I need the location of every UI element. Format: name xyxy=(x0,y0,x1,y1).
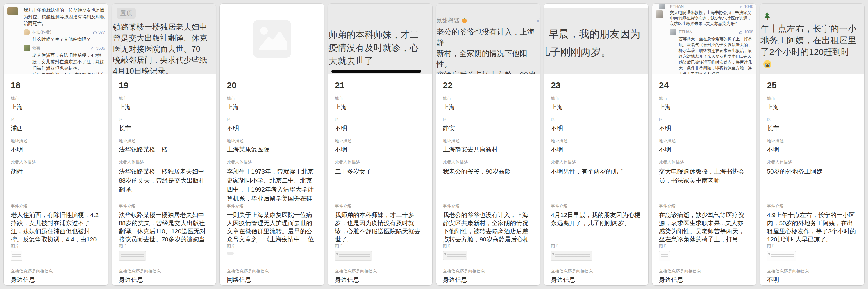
field-address: 地址描述 不明 xyxy=(659,138,749,159)
avatar xyxy=(670,29,676,35)
commenter-name: 敏宴 xyxy=(32,45,88,51)
comment-text: 老人住浦西，有陈旧性脑梗，4.2摔跤，女儿被封在浦东过不了江，妹妹们虽住浦西但也… xyxy=(24,52,105,74)
card-18[interactable]: 我几十年前就认识的一位胡姓朋友也是因为封控、核酸检测等原因没有得到及时救治而死亡… xyxy=(4,4,108,285)
field-address: 地址描述 不明 xyxy=(335,138,425,159)
field-event: 事件介绍 4月12日早晨，我的朋友因为心梗永远离开了，儿子刚刚两岁。 xyxy=(551,204,641,244)
card-23[interactable]: 早晨，我的朋友因为 儿子刚刚两岁。 23 城市 上海 区 不明 地址描述 不明 … xyxy=(544,4,648,285)
card-25[interactable]: 午十点左右，长宁的一小 地务工阿姨，在出租屋里 了2个小时的120赶到时 25 … xyxy=(760,4,864,285)
card-number: 24 xyxy=(659,80,749,91)
card-21[interactable]: 师弟的本科师妹，才二 疫情没有及时就诊，心 天就去世了 21 城市 上海 区 不… xyxy=(328,4,432,285)
field-city: 城市 上海 xyxy=(551,96,641,117)
field-direct: 直接信息还是间接信息 身边信息 xyxy=(119,268,209,284)
field-city: 城市 上海 xyxy=(11,96,101,117)
card-number: 18 xyxy=(11,80,101,91)
field-district: 区 不明 xyxy=(335,117,425,138)
card-20-cover-image xyxy=(220,4,324,74)
cover-text: 早晨，我的朋友因为 xyxy=(549,25,648,43)
field-deceased: 死者大体描述 二十多岁女子 xyxy=(335,159,425,204)
image-thumbnail[interactable] xyxy=(551,251,592,260)
field-deceased: 死者大体描述 胡姓 xyxy=(11,159,101,204)
field-address: 地址描述 不明 xyxy=(551,138,641,159)
field-district: 区 不明 xyxy=(659,117,749,138)
field-direct: 直接信息还是间接信息 不明 xyxy=(767,268,857,284)
field-address: 地址描述 上海静安去共康新村 xyxy=(443,138,533,159)
cropped-comment-header: ETHAN 1046 xyxy=(655,4,753,9)
image-thumbnail[interactable] xyxy=(227,252,234,255)
thumbs-up-icon xyxy=(739,5,743,8)
card-22-cover-image: 鼠甜橙酱 老公的爷爷也没有计入，上海静 新村，全家阴的情况下他阳性。 离酒店后差… xyxy=(436,4,540,74)
thumbs-up-icon xyxy=(739,30,743,34)
commenter-name: ETHAN xyxy=(679,30,736,34)
card-22[interactable]: 鼠甜橙酱 老公的爷爷也没有计入，上海静 新村，全家阴的情况下他阳性。 离酒店后差… xyxy=(436,4,540,285)
cover-text: 师弟的本科师妹，才二 疫情没有及时就诊，心 天就去世了 xyxy=(329,28,432,67)
field-direct: 直接信息还是间接信息 身边信息 xyxy=(659,268,749,284)
field-city: 城市 上海 xyxy=(659,96,749,117)
gallery-board: 我几十年前就认识的一位胡姓朋友也是因为封控、核酸检测等原因没有得到及时救治而死亡… xyxy=(0,0,868,289)
field-deceased: 死者大体描述 法华镇路某楼一楼独居老夫妇中88岁的丈夫，曾经是交大出版社翻译。 xyxy=(119,159,209,204)
field-image: 图片 xyxy=(335,244,425,265)
field-event: 事件介绍 一则关于上海某康复医院一位病人因疫情管理无人护理而去世的文章在微信群里… xyxy=(227,204,317,244)
image-thumbnail[interactable] xyxy=(767,251,796,261)
comment-text: 我几十年前就认识的一位胡姓朋友也是因为封控、核酸检测等原因没有得到及时救治而死亡… xyxy=(24,7,105,27)
field-direct: 直接信息还是间接信息 身边信息 xyxy=(443,268,533,284)
orange-emoji xyxy=(462,18,467,23)
field-event: 事件介绍 4.9上午十点左右，长宁的一小区内，50岁的外地务工阿姨，在出租屋里心… xyxy=(767,204,857,244)
commenter-name: 柿油(作者) xyxy=(32,30,90,35)
comment-text: 苦等两天，坐在急诊角落的椅子上，打吊瓶、吸氧气（被封控的子女设法送去的，杯水车薪… xyxy=(670,36,753,74)
card-19[interactable]: 置顶 镇路某楼一楼独居老夫妇中 曾是交大出版社翻译。休克 医无对接医院而去世。7… xyxy=(112,4,216,285)
field-image: 图片 xyxy=(119,244,209,265)
field-event: 事件介绍 在急诊病逝，缺少氧气等医疗资源，哀求医生求职未果...夫人亦感染为阳性… xyxy=(659,204,749,244)
card-24[interactable]: ETHAN 1046 交大电院退休教授，上海书协会员，书法家吴中南老师在急诊病逝… xyxy=(652,4,756,285)
field-direct: 直接信息还是间接信息 身边信息 xyxy=(551,268,641,284)
field-image: 图片 xyxy=(227,244,317,265)
field-city: 城市 上海 xyxy=(335,96,425,117)
field-direct: 直接信息还是间接信息 身边信息 xyxy=(11,268,101,284)
avatar xyxy=(24,45,30,51)
field-event: 事件介绍 我老公的爷爷也没有计入，上海静安区共康新村，全家阴的情况下他阳性，被转… xyxy=(443,204,533,244)
card-number: 19 xyxy=(119,80,209,91)
like-count: 1008 xyxy=(739,30,753,34)
image-thumbnail[interactable] xyxy=(119,251,146,260)
card-19-cover-image: 置顶 镇路某楼一楼独居老夫妇中 曾是交大出版社翻译。休克 医无对接医院而去世。7… xyxy=(112,4,216,74)
field-image: 图片 xyxy=(11,244,101,265)
commenter-name: ETHAN xyxy=(670,4,737,9)
thumbs-up-icon xyxy=(93,30,97,35)
field-event: 事件介绍 我师弟的本科师妹，才二十多岁，也是因为疫情没有及时就诊，心脏不舒服送医… xyxy=(335,204,425,244)
card-number: 25 xyxy=(767,80,857,91)
image-thumbnail[interactable] xyxy=(443,251,467,260)
cover-text: 午十点左右，长宁的一小 地务工阿姨，在出租屋里 了2个小时的120赶到时 xyxy=(761,23,864,58)
card-20[interactable]: 20 城市 上海 区 不明 地址描述 上海某康复医院 死者大体描述 李昶生于19… xyxy=(220,4,324,285)
image-thumbnail[interactable] xyxy=(335,251,372,260)
field-address: 地址描述 上海某康复医院 xyxy=(227,138,317,159)
field-address: 地址描述 不明 xyxy=(767,138,857,159)
card-18-cover-image: 我几十年前就认识的一位胡姓朋友也是因为封控、核酸检测等原因没有得到及时救治而死亡… xyxy=(4,4,108,74)
field-address: 地址描述 不明 xyxy=(11,138,101,159)
field-direct: 直接信息还是间接信息 网络信息 xyxy=(227,268,317,284)
field-district: 区 不明 xyxy=(227,117,317,138)
image-thumbnail[interactable] xyxy=(659,251,670,261)
avatar xyxy=(24,29,30,35)
card-23-cover-image: 早晨，我的朋友因为 儿子刚刚两岁。 xyxy=(544,4,648,74)
avatar xyxy=(659,4,665,9)
field-city: 城市 上海 xyxy=(119,96,209,117)
field-city: 城市 上海 xyxy=(767,96,857,117)
field-city: 城市 上海 xyxy=(443,96,533,117)
card-24-cover-image: ETHAN 1046 交大电院退休教授，上海书协会员，书法家吴中南老师在急诊病逝… xyxy=(652,4,756,74)
field-address: 地址描述 法华镇路某楼一楼 xyxy=(119,138,209,159)
field-direct: 直接信息还是间接信息 身边信息 xyxy=(335,268,425,284)
card-number: 20 xyxy=(227,80,317,91)
thumbs-up-icon xyxy=(90,46,95,50)
field-deceased: 死者大体描述 不明男性，有个两岁的儿子 xyxy=(551,159,641,204)
field-deceased: 死者大体描述 李昶生于1973年，曾就读于北京史家胡同小学、北京二中、北京四中，… xyxy=(227,159,317,204)
cover-white-strip xyxy=(544,4,648,8)
field-event: 事件介绍 老人住浦西，有陈旧性脑梗，4.2摔跤，女儿被封在浦东过不了江，妹妹们虽… xyxy=(11,204,101,244)
field-image: 图片 xyxy=(659,244,749,265)
cropped-like-icon xyxy=(537,17,540,23)
like-count: 977 xyxy=(93,30,105,35)
redaction-bar xyxy=(331,70,421,73)
image-placeholder-icon xyxy=(253,20,291,58)
field-deceased: 死者大体描述 我老公的爷爷，90岁高龄 xyxy=(443,159,533,204)
image-thumbnail[interactable] xyxy=(11,251,22,260)
card-number: 23 xyxy=(551,80,641,91)
field-district: 区 长宁 xyxy=(767,117,857,138)
